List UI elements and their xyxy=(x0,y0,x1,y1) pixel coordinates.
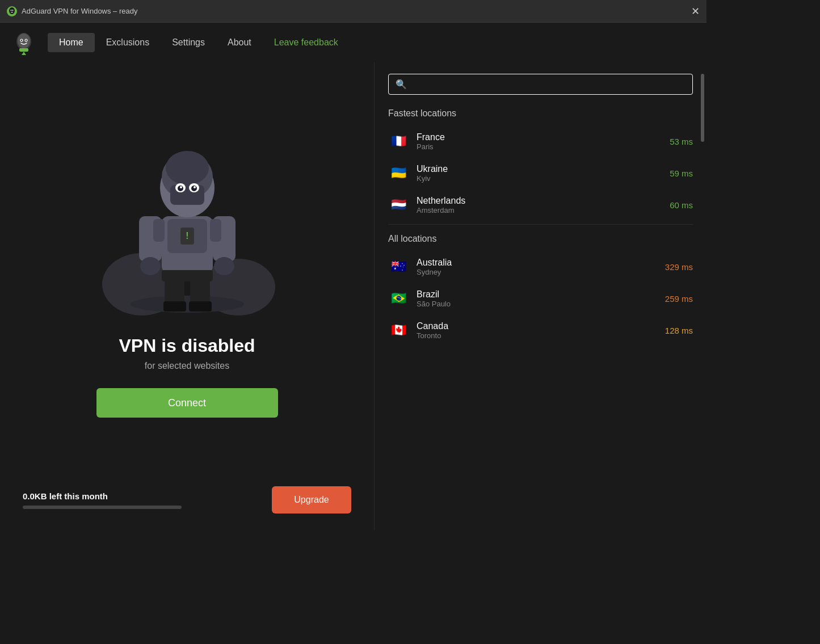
location-info-ukraine: Ukraine Kyiv xyxy=(417,164,670,183)
location-city-ukraine: Kyiv xyxy=(417,174,670,183)
location-info-brazil: Brazil São Paulo xyxy=(417,289,665,308)
upgrade-button[interactable]: Upgrade xyxy=(272,486,351,513)
navbar: Home Exclusions Settings About Leave fee… xyxy=(0,23,707,62)
svg-point-10 xyxy=(26,40,27,41)
svg-point-3 xyxy=(12,10,14,11)
left-panel: ! VPN is disabled for selected websites … xyxy=(0,62,375,531)
vpn-status-subtitle: for selected websites xyxy=(145,361,229,371)
flag-australia: 🇦🇺 xyxy=(388,256,409,277)
location-name-brazil: Brazil xyxy=(417,289,665,300)
svg-point-6 xyxy=(18,33,30,48)
svg-rect-38 xyxy=(153,219,165,242)
location-ping-australia: 329 ms xyxy=(665,262,693,272)
location-info-canada: Canada Toronto xyxy=(417,321,665,340)
svg-point-36 xyxy=(180,186,182,188)
svg-point-30 xyxy=(166,151,209,185)
location-info-australia: Australia Sydney xyxy=(417,258,665,276)
svg-rect-11 xyxy=(19,48,28,52)
location-city-canada: Toronto xyxy=(417,331,665,340)
vpn-status-area: ! VPN is disabled for selected websites … xyxy=(96,62,278,481)
flag-netherlands: 🇳🇱 xyxy=(388,195,409,215)
location-city-brazil: São Paulo xyxy=(417,300,665,308)
search-input[interactable] xyxy=(411,79,686,89)
svg-point-37 xyxy=(194,186,196,188)
svg-point-15 xyxy=(131,296,244,313)
location-city-france: Paris xyxy=(417,142,670,151)
nav-item-about[interactable]: About xyxy=(216,33,263,52)
titlebar-left: AdGuard VPN for Windows – ready xyxy=(7,6,137,16)
nav-item-exclusions[interactable]: Exclusions xyxy=(95,33,161,52)
nav-item-settings[interactable]: Settings xyxy=(161,33,216,52)
flag-france: 🇫🇷 xyxy=(388,131,409,151)
data-usage-info: 0.0KB left this month xyxy=(23,491,272,509)
adguard-logo-icon xyxy=(7,6,17,16)
right-panel: 🔍 Fastest locations 🇫🇷 France Paris 53 m… xyxy=(375,62,707,531)
svg-point-1 xyxy=(9,7,15,14)
titlebar: AdGuard VPN for Windows – ready ✕ xyxy=(0,0,707,23)
svg-rect-22 xyxy=(189,301,212,312)
flag-ukraine: 🇺🇦 xyxy=(388,163,409,183)
svg-rect-39 xyxy=(210,219,221,242)
location-ping-ukraine: 59 ms xyxy=(670,169,693,178)
close-button[interactable]: ✕ xyxy=(691,6,700,16)
titlebar-title: AdGuard VPN for Windows – ready xyxy=(22,7,137,15)
nav-item-feedback[interactable]: Leave feedback xyxy=(263,33,350,52)
flag-canada: 🇨🇦 xyxy=(388,320,409,340)
main-content: ! VPN is disabled for selected websites … xyxy=(0,62,707,531)
nav-item-home[interactable]: Home xyxy=(48,33,95,52)
svg-text:!: ! xyxy=(186,231,188,241)
location-city-netherlands: Amsterdam xyxy=(417,206,670,214)
location-ping-brazil: 259 ms xyxy=(665,294,693,304)
svg-point-2 xyxy=(11,10,12,11)
svg-point-25 xyxy=(140,257,161,275)
bottom-info-bar: 0.0KB left this month Upgrade xyxy=(23,481,351,513)
vpn-status-title: VPN is disabled xyxy=(119,335,255,356)
data-progress-bar xyxy=(23,506,182,509)
location-name-france: France xyxy=(417,132,670,142)
data-label: 0.0KB left this month xyxy=(23,491,272,501)
location-item-france[interactable]: 🇫🇷 France Paris 53 ms xyxy=(388,125,693,157)
location-city-australia: Sydney xyxy=(417,268,665,276)
location-item-ukraine[interactable]: 🇺🇦 Ukraine Kyiv 59 ms xyxy=(388,157,693,189)
section-divider xyxy=(388,224,693,225)
nav-logo-icon xyxy=(11,30,36,55)
location-ping-canada: 128 ms xyxy=(665,326,693,335)
location-item-brazil[interactable]: 🇧🇷 Brazil São Paulo 259 ms xyxy=(388,283,693,314)
search-icon: 🔍 xyxy=(396,79,407,90)
flag-brazil: 🇧🇷 xyxy=(388,288,409,309)
location-name-netherlands: Netherlands xyxy=(417,196,670,206)
location-ping-france: 53 ms xyxy=(670,137,693,146)
location-name-canada: Canada xyxy=(417,321,665,331)
location-item-netherlands[interactable]: 🇳🇱 Netherlands Amsterdam 60 ms xyxy=(388,189,693,221)
svg-rect-21 xyxy=(163,301,186,312)
location-name-ukraine: Ukraine xyxy=(417,164,670,174)
all-locations-title: All locations xyxy=(388,234,693,244)
connect-button[interactable]: Connect xyxy=(96,388,278,418)
svg-rect-31 xyxy=(170,185,204,205)
character-illustration: ! xyxy=(96,125,278,318)
location-ping-netherlands: 60 ms xyxy=(670,200,693,210)
fastest-locations-title: Fastest locations xyxy=(388,108,693,119)
location-name-australia: Australia xyxy=(417,258,665,268)
search-box[interactable]: 🔍 xyxy=(388,74,693,95)
svg-point-26 xyxy=(214,257,234,275)
location-item-canada[interactable]: 🇨🇦 Canada Toronto 128 ms xyxy=(388,314,693,346)
location-info-netherlands: Netherlands Amsterdam xyxy=(417,196,670,214)
svg-point-9 xyxy=(21,40,22,41)
location-info-france: France Paris xyxy=(417,132,670,151)
location-item-australia[interactable]: 🇦🇺 Australia Sydney 329 ms xyxy=(388,251,693,283)
